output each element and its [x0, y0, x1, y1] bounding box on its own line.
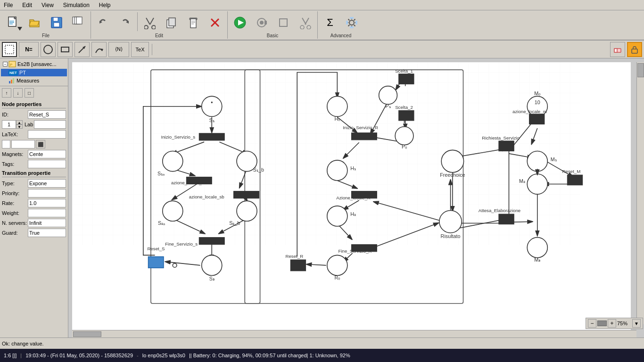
svg-point-43 [44, 45, 52, 54]
place-Risultato[interactable] [439, 211, 462, 233]
svg-text:Scelta_1: Scelta_1 [395, 68, 413, 74]
move-up-btn[interactable]: ↑ [2, 88, 11, 98]
trans-azione-sb[interactable] [234, 191, 259, 198]
undo-button[interactable] [93, 12, 114, 33]
tree-expander-es2b[interactable]: − [3, 62, 8, 66]
tree-item-measures[interactable]: Measures [1, 76, 67, 85]
trans-azione-m[interactable] [529, 114, 545, 124]
place-M2[interactable] [527, 174, 547, 194]
add-child-btn[interactable]: □ [25, 88, 34, 98]
run-button[interactable] [230, 12, 250, 33]
move-down-btn[interactable]: ↓ [13, 88, 23, 98]
vertical-scrollbar[interactable] [636, 62, 644, 324]
zoom-minus-btn[interactable]: − [588, 319, 596, 328]
place-H2[interactable] [327, 206, 347, 226]
delete-button[interactable] [205, 12, 225, 33]
menu-view[interactable]: View [40, 1, 56, 9]
scissors-btn2[interactable] [295, 12, 315, 33]
place-S1a[interactable] [163, 151, 183, 172]
trans-richiesta[interactable] [499, 141, 514, 151]
svg-rect-7 [53, 17, 58, 21]
canvas-area[interactable]: • S₁ S₁ₐ S₁_b S₂ₐ S₂_b [68, 58, 644, 337]
place-H1[interactable] [327, 160, 347, 181]
color-value-input[interactable] [11, 140, 35, 148]
export-button[interactable] [68, 12, 89, 33]
place-Freechoice[interactable] [441, 150, 463, 172]
transition-properties-title: Transition propertie [2, 170, 66, 177]
place-S2b[interactable] [237, 201, 257, 221]
trans-reset-s[interactable] [149, 257, 164, 268]
rect-tool-btn[interactable] [58, 42, 73, 57]
text-n-tool-btn[interactable]: N= [19, 42, 39, 57]
id-label: ID: [2, 112, 28, 117]
place-tool-btn[interactable] [41, 42, 56, 57]
place-P0[interactable] [395, 127, 413, 145]
trans-inizio-r[interactable] [352, 133, 377, 140]
place-S3[interactable] [202, 255, 222, 275]
eraser-tool-btn[interactable] [610, 42, 625, 57]
spinner-input[interactable] [2, 120, 16, 129]
menu-help[interactable]: Help [97, 1, 113, 9]
lock-tool-btn[interactable] [627, 42, 642, 57]
place-M3[interactable] [527, 238, 547, 258]
latex-input[interactable] [28, 130, 66, 139]
trans-scelta1[interactable] [399, 74, 414, 84]
guard-input[interactable] [28, 229, 66, 237]
place-S2a[interactable] [163, 201, 183, 221]
curve-tool-btn[interactable] [91, 42, 107, 57]
type-input[interactable] [28, 179, 66, 188]
sigma-button[interactable]: Σ [320, 12, 340, 33]
save-button[interactable] [46, 12, 67, 33]
horizontal-scrollbar[interactable] [72, 330, 636, 337]
svg-text:Fine_Servizio_s: Fine_Servizio_s [165, 241, 198, 247]
cut-button[interactable] [140, 12, 160, 33]
spinner-down-btn[interactable]: ▼ [16, 124, 23, 129]
tree-item-pt[interactable]: NET PT [1, 69, 67, 76]
nservers-input[interactable] [28, 219, 66, 227]
place-P1[interactable] [379, 86, 397, 105]
trans-scelta2[interactable] [399, 110, 414, 121]
label-input[interactable] [34, 120, 66, 129]
spinner-up-btn[interactable]: ▲ [16, 120, 23, 124]
magnets-input[interactable] [28, 150, 66, 158]
expand-btn[interactable]: ⬛ [36, 140, 45, 148]
trans-reset-r[interactable] [290, 260, 305, 271]
place-M1[interactable] [527, 151, 547, 172]
zoom-plus-btn[interactable]: + [608, 319, 616, 328]
place-H0[interactable] [327, 96, 347, 116]
svg-rect-49 [614, 49, 617, 52]
paste-button[interactable] [183, 12, 204, 33]
redo-button[interactable] [115, 12, 135, 33]
place-R0[interactable] [327, 255, 347, 275]
trans-attesa[interactable] [499, 214, 514, 224]
zoom-dropdown-btn[interactable]: ▼ [632, 319, 641, 328]
menu-simulation[interactable]: Simulation [61, 1, 91, 9]
timestamp: 19:03:49 - (Fri 01 May, 05.2020) - 15883… [25, 353, 133, 358]
trans-fine-s[interactable] [199, 238, 224, 245]
weight-input[interactable] [28, 209, 66, 217]
trans-reset-m[interactable] [567, 175, 582, 185]
open-button[interactable] [25, 12, 45, 33]
copy-button[interactable] [161, 12, 182, 33]
tags-input[interactable] [28, 160, 66, 168]
petri-net-svg[interactable]: • S₁ S₁ₐ S₁_b S₂ₐ S₂_b [72, 62, 631, 334]
settings-button[interactable] [341, 12, 362, 33]
arrow-tool-btn[interactable] [74, 42, 90, 57]
svg-line-14 [146, 18, 150, 25]
menu-file[interactable]: File [2, 1, 15, 9]
color-box[interactable] [2, 140, 10, 148]
canvas[interactable]: • S₁ S₁ₐ S₁_b S₂ₐ S₂_b [72, 62, 631, 334]
priority-input[interactable] [28, 189, 66, 197]
label-n-tool-btn[interactable]: ⟨N⟩ [108, 42, 129, 57]
simulate-button[interactable] [251, 12, 272, 33]
zoom-slider-thumb[interactable] [597, 321, 607, 326]
id-input[interactable] [28, 110, 66, 119]
tree-item-es2b[interactable]: − P Es2B [unsavec... [1, 59, 67, 69]
rate-input[interactable] [28, 199, 66, 207]
tex-tool-btn[interactable]: TeX [131, 42, 149, 57]
new-button[interactable] [3, 12, 24, 33]
select-tool-btn[interactable] [2, 42, 17, 57]
trans-inizio-s[interactable] [199, 133, 224, 140]
rect-sim-button[interactable] [273, 12, 294, 33]
menu-edit[interactable]: Edit [20, 1, 34, 9]
